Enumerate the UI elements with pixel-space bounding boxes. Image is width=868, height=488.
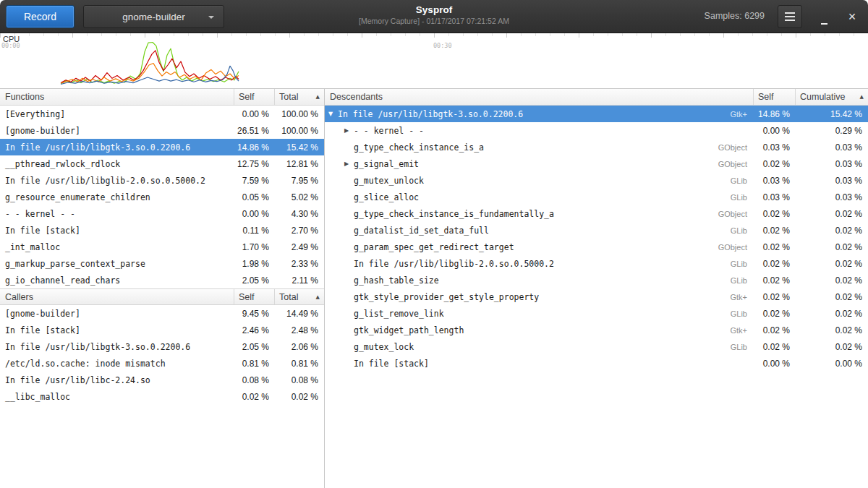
table-row[interactable]: /etc/ld.so.cache: inode mismatch 0.81 % …	[0, 355, 324, 372]
table-row[interactable]: g_slice_alloc GLib 0.03 % 0.03 %	[325, 189, 868, 205]
table-row[interactable]: In file /usr/lib/libglib-2.0.so.0.5000.2…	[325, 255, 868, 272]
callers-column-header[interactable]: Callers	[0, 289, 234, 304]
function-name: g_list_remove_link	[354, 309, 444, 319]
cpu-timeline[interactable]: CPU 00:00 00:30	[0, 33, 868, 89]
functions-self-column-header[interactable]: Self	[234, 89, 275, 105]
library-category: GLib	[731, 260, 754, 268]
time-tick-start: 00:00	[1, 42, 20, 49]
table-row[interactable]: g_param_spec_get_redirect_target GObject…	[325, 239, 868, 255]
total-percent: 4.30 %	[275, 209, 324, 219]
expander-icon[interactable]: ▼	[328, 111, 338, 117]
descendant-name-cell: g_mutex_unlock GLib	[325, 176, 754, 186]
functions-column-header[interactable]: Functions	[0, 89, 234, 105]
table-row[interactable]: g_mutex_lock GLib 0.02 % 0.02 %	[325, 338, 868, 355]
table-row[interactable]: g_hash_table_size GLib 0.02 % 0.02 %	[325, 272, 868, 288]
table-row[interactable]: g_datalist_id_set_data_full GLib 0.02 % …	[325, 222, 868, 239]
library-category: GLib	[731, 226, 754, 235]
cumulative-percent: 0.03 %	[796, 142, 868, 153]
self-percent: 0.11 %	[234, 226, 275, 236]
self-percent: 0.02 %	[754, 325, 796, 335]
total-percent: 12.81 %	[275, 159, 324, 169]
total-percent: 7.95 %	[275, 176, 324, 186]
callgraph-area: Functions Self Total ▲ [Everything] 0.00…	[0, 89, 868, 488]
table-row[interactable]: In file [stack] 0.11 % 2.70 %	[0, 222, 324, 239]
library-category: GObject	[718, 243, 754, 252]
table-row[interactable]: In file /usr/lib/libc-2.24.so 0.08 % 0.0…	[0, 372, 324, 388]
table-row[interactable]: ▶ g_signal_emit GObject 0.02 % 0.03 %	[325, 155, 868, 172]
descendants-column-header[interactable]: Descendants	[325, 89, 754, 105]
functions-total-column-header[interactable]: Total ▲	[275, 89, 324, 105]
record-button[interactable]: Record	[6, 5, 75, 28]
library-category: Gtk+	[730, 293, 754, 301]
function-name: In file [stack]	[0, 226, 234, 236]
cumulative-percent: 0.02 %	[796, 309, 868, 319]
descendants-self-column-header[interactable]: Self	[754, 89, 796, 105]
table-row[interactable]: ▼ In file /usr/lib/libgtk-3.so.0.2200.6 …	[325, 106, 868, 122]
self-percent: 12.75 %	[234, 159, 275, 169]
self-percent: 0.03 %	[754, 142, 796, 153]
descendant-name-cell: g_type_check_instance_is_a GObject	[325, 142, 754, 153]
table-row[interactable]: __libc_malloc 0.02 % 0.02 %	[0, 388, 324, 405]
table-row[interactable]: g_resource_enumerate_children 0.05 % 5.0…	[0, 189, 324, 205]
table-row[interactable]: In file [stack] 0.00 % 0.00 %	[325, 355, 868, 372]
table-row[interactable]: g_mutex_unlock GLib 0.03 % 0.03 %	[325, 172, 868, 189]
table-row[interactable]: g_io_channel_read_chars 2.05 % 2.11 %	[0, 272, 324, 288]
descendants-column-label: Descendants	[330, 92, 383, 102]
table-row[interactable]: g_type_check_instance_is_fundamentally_a…	[325, 205, 868, 222]
table-row[interactable]: __pthread_rwlock_rdlock 12.75 % 12.81 %	[0, 155, 324, 172]
descendant-name-cell: g_mutex_lock GLib	[325, 342, 754, 352]
function-name: [Everything]	[0, 109, 234, 119]
left-pane-empty-space	[0, 405, 324, 488]
function-name: In file [stack]	[0, 325, 234, 335]
table-row[interactable]: g_markup_parse_context_parse 1.98 % 2.33…	[0, 255, 324, 272]
callers-self-column-header[interactable]: Self	[234, 289, 275, 304]
self-percent: 0.02 %	[234, 392, 275, 402]
hamburger-icon	[785, 12, 795, 21]
table-row[interactable]: ▶ - - kernel - - 0.00 % 0.29 %	[325, 122, 868, 139]
total-percent: 2.33 %	[275, 259, 324, 269]
total-column-label: Total	[279, 292, 298, 302]
total-percent: 2.49 %	[275, 242, 324, 252]
table-row[interactable]: In file /usr/lib/libgtk-3.so.0.2200.6 2.…	[0, 338, 324, 355]
table-row[interactable]: In file /usr/lib/libglib-2.0.so.0.5000.2…	[0, 172, 324, 189]
process-selector-value: gnome-builder	[122, 12, 184, 22]
close-button[interactable]: ×	[840, 5, 864, 28]
table-row[interactable]: gtk_style_provider_get_style_property Gt…	[325, 288, 868, 305]
descendants-pane: Descendants Self Cumulative ▲ ▼ In file …	[325, 89, 868, 488]
total-percent: 5.02 %	[275, 192, 324, 202]
table-row[interactable]: - - kernel - - 0.00 % 4.30 %	[0, 205, 324, 222]
cumulative-percent: 0.02 %	[796, 209, 868, 219]
menu-button[interactable]	[778, 5, 802, 28]
process-selector[interactable]: gnome-builder	[83, 5, 224, 28]
self-percent: 2.05 %	[234, 275, 275, 286]
self-column-label: Self	[239, 92, 255, 102]
table-row[interactable]: [gnome-builder] 9.45 % 14.49 %	[0, 305, 324, 322]
table-row[interactable]: _int_malloc 1.70 % 2.49 %	[0, 239, 324, 255]
table-row[interactable]: In file [stack] 2.46 % 2.48 %	[0, 322, 324, 338]
function-name: In file /usr/lib/libgtk-3.so.0.2200.6	[0, 342, 234, 352]
function-name: g_io_channel_read_chars	[0, 275, 234, 286]
function-name: gtk_style_provider_get_style_property	[354, 292, 539, 302]
descendant-name-cell: ▶ - - kernel - -	[325, 126, 754, 136]
table-row[interactable]: In file /usr/lib/libgtk-3.so.0.2200.6 14…	[0, 139, 324, 155]
callers-total-column-header[interactable]: Total ▲	[275, 289, 324, 304]
descendant-name-cell: g_param_spec_get_redirect_target GObject	[325, 242, 754, 252]
function-name: _int_malloc	[0, 242, 234, 252]
table-row[interactable]: gtk_widget_path_length Gtk+ 0.02 % 0.02 …	[325, 322, 868, 338]
table-row[interactable]: g_type_check_instance_is_a GObject 0.03 …	[325, 139, 868, 155]
descendant-name-cell: g_list_remove_link GLib	[325, 309, 754, 319]
total-percent: 15.42 %	[275, 142, 324, 153]
self-percent: 0.03 %	[754, 192, 796, 202]
table-row[interactable]: [Everything] 0.00 % 100.00 %	[0, 106, 324, 122]
expander-icon[interactable]: ▶	[344, 127, 354, 134]
descendants-cumulative-column-header[interactable]: Cumulative ▲	[796, 89, 868, 105]
functions-column-label: Functions	[5, 92, 44, 102]
expander-icon[interactable]: ▶	[344, 160, 354, 167]
table-row[interactable]: [gnome-builder] 26.51 % 100.00 %	[0, 122, 324, 139]
sort-indicator-icon: ▲	[857, 94, 864, 100]
library-category: GLib	[731, 176, 754, 185]
minimize-button[interactable]	[812, 5, 836, 28]
self-percent: 9.45 %	[234, 309, 275, 319]
self-percent: 2.05 %	[234, 342, 275, 352]
table-row[interactable]: g_list_remove_link GLib 0.02 % 0.02 %	[325, 305, 868, 322]
